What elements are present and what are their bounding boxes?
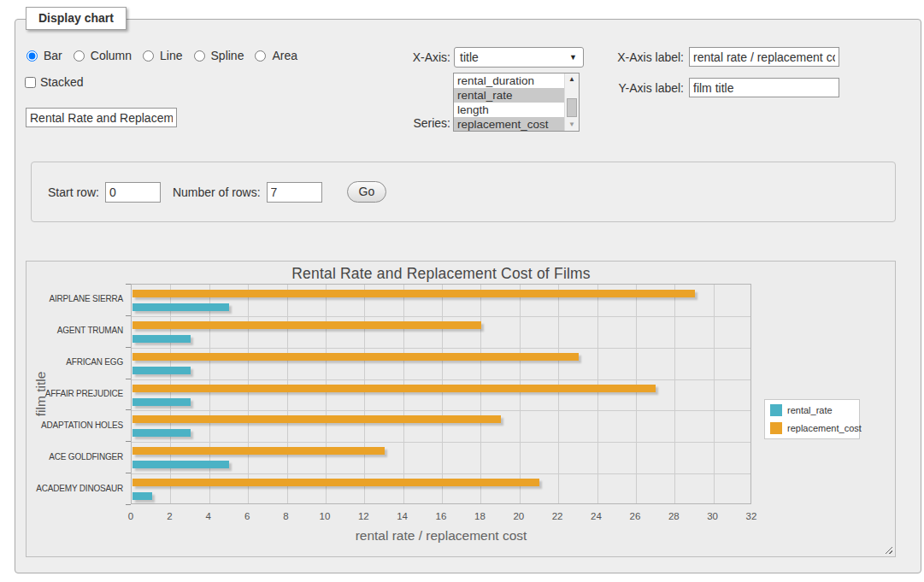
y-tick-mark — [126, 379, 131, 379]
panel-title: Display chart — [26, 7, 127, 30]
bar-rental_rate — [132, 367, 191, 374]
bar-rental_rate — [132, 492, 152, 500]
x-tick-label: 2 — [152, 511, 186, 521]
legend-label: rental_rate — [787, 405, 833, 415]
x-tick-label: 24 — [580, 511, 614, 521]
chart-type-label-bar: Bar — [44, 49, 62, 62]
y-tick-mark — [126, 504, 131, 505]
series-option-rental_duration[interactable]: rental_duration — [454, 73, 564, 88]
series-multiselect[interactable]: rental_durationrental_ratelengthreplacem… — [453, 73, 580, 132]
grid-line-horizontal — [132, 379, 750, 380]
x-axis-select[interactable]: title ▼ — [454, 47, 584, 68]
x-axis-selected-value: title — [460, 50, 479, 64]
num-rows-input[interactable] — [267, 182, 322, 203]
y-tick-label: ADAPTATION HOLES — [26, 420, 123, 430]
chart-type-label-area: Area — [272, 49, 297, 62]
grid-line-vertical — [170, 285, 171, 503]
series-option-length[interactable]: length — [454, 103, 564, 117]
x-tick-label: 28 — [656, 511, 691, 521]
rows-form: Start row: Number of rows: Go — [31, 162, 896, 222]
bar-rental_rate — [132, 303, 229, 311]
grid-line-horizontal — [132, 316, 750, 317]
stacked-row: Stacked — [25, 75, 84, 89]
grid-line-vertical — [403, 285, 404, 503]
grid-line-vertical — [558, 285, 559, 503]
y-tick-label: AFRICAN EGG — [26, 357, 123, 367]
bar-rental_rate — [132, 335, 191, 343]
y-tick-mark — [126, 409, 131, 410]
chart-type-label-spline: Spline — [211, 49, 244, 62]
bar-rental_rate — [132, 429, 191, 437]
resize-grip-icon[interactable] — [884, 545, 892, 554]
bar-replacement_cost — [132, 290, 695, 297]
chart-type-label-column: Column — [91, 49, 132, 62]
bar-replacement_cost — [132, 479, 539, 486]
grid-line-vertical — [287, 285, 288, 503]
bar-rental_rate — [132, 461, 229, 468]
grid-line-vertical — [674, 285, 675, 503]
y-tick-label: AIRPLANE SIERRA — [26, 294, 123, 303]
legend-item: rental_rate — [770, 404, 854, 416]
scrollbar-thumb[interactable] — [567, 98, 577, 117]
grid-line-vertical — [326, 285, 327, 503]
grid-line-vertical — [597, 285, 598, 503]
legend-swatch-replacement_cost — [770, 422, 782, 434]
y-tick-label: AGENT TRUMAN — [26, 326, 123, 335]
start-row-input[interactable] — [105, 182, 161, 203]
x-tick-label: 14 — [385, 511, 420, 521]
series-option-rental_rate[interactable]: rental_rate — [454, 88, 564, 103]
chart-x-axis-title: rental rate / replacement cost — [131, 528, 751, 544]
chart-legend: rental_ratereplacement_cost — [764, 399, 860, 439]
x-tick-label: 32 — [734, 511, 768, 521]
bar-rental_rate — [132, 398, 191, 406]
grid-line-vertical — [636, 285, 637, 503]
bar-replacement_cost — [132, 447, 385, 455]
chart-type-radio-group: BarColumnLineSplineArea — [26, 49, 305, 62]
go-button[interactable]: Go — [347, 181, 387, 203]
grid-line-vertical — [248, 285, 249, 503]
series-options: rental_durationrental_ratelengthreplacem… — [454, 73, 564, 131]
stacked-label: Stacked — [40, 75, 84, 89]
chevron-down-icon: ▼ — [569, 53, 577, 62]
y-tick-label: ACADEMY DINOSAUR — [26, 484, 123, 493]
start-row-label: Start row: — [48, 185, 99, 199]
x-tick-label: 20 — [502, 511, 536, 521]
legend-item: replacement_cost — [770, 422, 854, 434]
y-axis-label-input[interactable] — [689, 78, 839, 97]
chart-type-radio-column[interactable] — [74, 50, 85, 62]
chart-type-radio-bar[interactable] — [26, 50, 38, 62]
series-option-replacement_cost[interactable]: replacement_cost — [454, 117, 564, 131]
x-tick-label: 4 — [191, 511, 226, 521]
grid-line-vertical — [480, 285, 481, 503]
legend-label: replacement_cost — [787, 423, 862, 433]
chart-title-input[interactable] — [26, 108, 177, 127]
chart-type-radio-line[interactable] — [143, 50, 154, 62]
x-tick-label: 8 — [269, 511, 303, 521]
legend-swatch-rental_rate — [770, 404, 782, 416]
x-axis-label-text: X-Axis label: — [607, 50, 684, 64]
grid-line-horizontal — [132, 410, 750, 411]
x-tick-label: 0 — [114, 511, 148, 521]
y-tick-mark — [126, 473, 131, 473]
bar-replacement_cost — [132, 385, 656, 392]
x-tick-label: 16 — [424, 511, 458, 521]
x-axis-label-input[interactable] — [689, 47, 839, 67]
y-tick-label: AFFAIR PREJUDICE — [26, 389, 123, 398]
bar-replacement_cost — [132, 415, 501, 423]
grid-line-vertical — [714, 285, 715, 503]
series-scrollbar[interactable]: ▲ ▼ — [564, 73, 579, 131]
scroll-down-icon[interactable]: ▼ — [565, 119, 579, 131]
y-tick-label: ACE GOLDFINGER — [26, 452, 123, 461]
grid-line-vertical — [520, 285, 521, 503]
x-tick-label: 18 — [462, 511, 497, 521]
grid-line-horizontal — [132, 348, 750, 349]
chart-type-radio-area[interactable] — [255, 50, 266, 62]
num-rows-label: Number of rows: — [173, 185, 261, 199]
scroll-up-icon[interactable]: ▲ — [565, 73, 579, 85]
x-tick-label: 12 — [346, 511, 380, 521]
grid-line-horizontal — [132, 473, 750, 474]
bar-replacement_cost — [132, 353, 579, 361]
series-select-label: Series: — [393, 116, 450, 130]
chart-type-radio-spline[interactable] — [194, 50, 205, 62]
stacked-checkbox[interactable] — [25, 77, 36, 88]
